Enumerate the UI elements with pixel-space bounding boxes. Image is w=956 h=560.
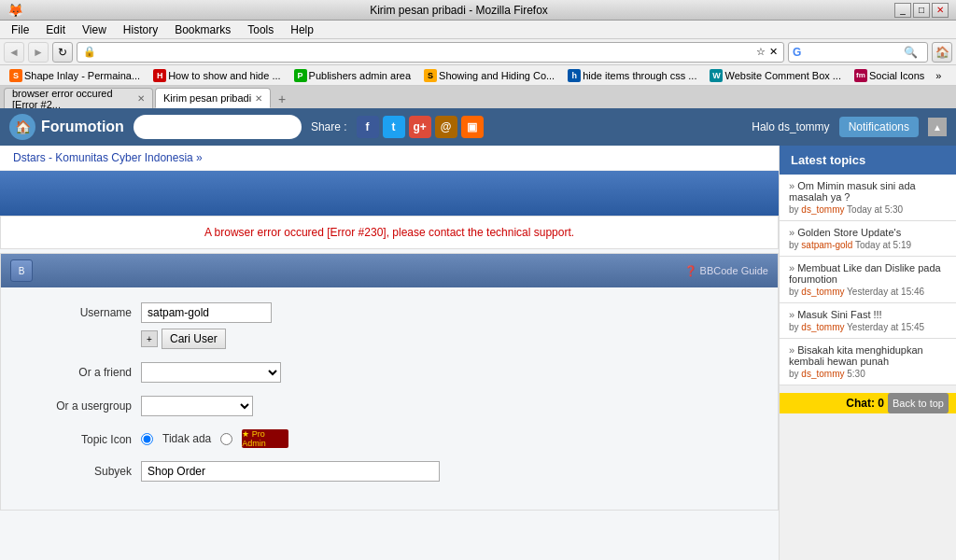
compose-form: Username + Cari User Or a friend xyxy=(1,287,778,510)
add-user-button[interactable]: + xyxy=(141,330,158,347)
menu-file[interactable]: File xyxy=(4,21,36,38)
url-input[interactable]: dstars.forumid.net/privmsg xyxy=(100,47,752,58)
pro-admin-badge: ★ Pro Admin xyxy=(242,429,288,448)
bookmark-6[interactable]: fm Social Icons xyxy=(849,67,930,84)
bookmark-icon-0: S xyxy=(9,69,22,82)
bookmarks-more[interactable]: » xyxy=(932,68,945,83)
blue-header xyxy=(0,171,779,216)
radio-none[interactable] xyxy=(141,433,153,445)
menu-bookmarks[interactable]: Bookmarks xyxy=(167,21,238,38)
bookmark-1[interactable]: H How to show and hide ... xyxy=(148,67,286,84)
topic-title-2[interactable]: Membuat Like dan Dislike pada forumotion xyxy=(789,262,947,285)
topic-title-3[interactable]: Masuk Sini Fast !!! xyxy=(789,309,947,320)
back-button[interactable]: ◄ xyxy=(4,42,24,63)
minimize-button[interactable]: _ xyxy=(894,3,911,18)
refresh-button[interactable]: ↻ xyxy=(52,42,73,63)
menu-help[interactable]: Help xyxy=(283,21,321,38)
subyek-row: Subyek xyxy=(20,461,759,482)
fm-logo: 🏠 Forumotion xyxy=(9,114,124,140)
back-to-top-button[interactable]: Back to top xyxy=(888,393,949,413)
error-message: A browser error occured [Error #230], pl… xyxy=(204,226,574,239)
bookmarks-bar: S Shape Inlay - Permaina... H How to sho… xyxy=(0,65,956,86)
topic-author-1[interactable]: satpam-gold xyxy=(801,240,852,250)
search-icon[interactable]: 🔍 xyxy=(904,46,918,59)
radio-none-label: Tidak ada xyxy=(162,432,211,445)
menu-bar: File Edit View History Bookmarks Tools H… xyxy=(0,21,956,39)
facebook-icon[interactable]: f xyxy=(357,116,379,138)
topic-title-1[interactable]: Golden Store Update's xyxy=(789,227,947,238)
twitter-icon[interactable]: t xyxy=(383,116,405,138)
bbcode-guide-link[interactable]: ❓ BBCode Guide xyxy=(684,265,768,277)
username-row: Username + Cari User xyxy=(20,302,759,349)
username-input[interactable] xyxy=(141,302,272,323)
username-controls: + Cari User xyxy=(141,302,272,349)
home-button[interactable]: 🏠 xyxy=(932,42,952,63)
bookmark-label-5: Website Comment Box ... xyxy=(724,70,841,81)
breadcrumb-link[interactable]: Dstars - Komunitas Cyber Indonesia » xyxy=(13,151,203,164)
bookmark-label-3: Showing and Hiding Co... xyxy=(439,70,555,81)
user-greeting: Halo ds_tommy xyxy=(752,120,829,133)
fm-logo-icon: 🏠 xyxy=(9,114,35,140)
topic-title-4[interactable]: Bisakah kita menghidupkan kembali hewan … xyxy=(789,344,947,367)
forward-button[interactable]: ► xyxy=(28,42,49,63)
tab-bar: browser error occured [Error #2... ✕ Kir… xyxy=(0,86,956,108)
bookmark-0[interactable]: S Shape Inlay - Permaina... xyxy=(4,67,146,84)
menu-edit[interactable]: Edit xyxy=(38,21,73,38)
close-icon: ✕ xyxy=(769,46,778,58)
bookmark-label-6: Social Icons xyxy=(869,70,924,81)
cari-user-button[interactable]: Cari User xyxy=(162,329,226,349)
menu-tools[interactable]: Tools xyxy=(240,21,281,38)
friend-select[interactable] xyxy=(141,362,281,383)
tab-0[interactable]: browser error occured [Error #2... ✕ xyxy=(4,88,153,108)
tab-1[interactable]: Kirim pesan pribadi ✕ xyxy=(155,88,271,108)
maximize-button[interactable]: □ xyxy=(913,3,930,18)
googleplus-icon[interactable]: g+ xyxy=(409,116,431,138)
fm-search-input[interactable] xyxy=(143,120,274,133)
rss-icon[interactable]: ▣ xyxy=(461,116,484,138)
friend-row: Or a friend xyxy=(20,362,759,383)
radio-pro[interactable] xyxy=(220,433,232,445)
topic-meta-0: by ds_tommy Today at 5:30 xyxy=(789,204,947,215)
email-icon[interactable]: @ xyxy=(435,116,457,138)
topic-icon-options: Tidak ada ★ Pro Admin xyxy=(141,429,288,448)
tab-close-1[interactable]: ✕ xyxy=(255,93,262,104)
compose-format-btn[interactable]: B xyxy=(10,259,33,282)
usergroup-select[interactable] xyxy=(141,396,253,416)
topic-meta-3: by ds_tommy Yesterday at 15:45 xyxy=(789,322,947,332)
bookmark-3[interactable]: S Showing and Hiding Co... xyxy=(418,67,560,84)
scroll-up-button[interactable]: ▲ xyxy=(928,118,947,136)
bookmark-label-2: Publishers admin area xyxy=(309,70,411,81)
username-label: Username xyxy=(20,302,132,319)
new-tab-button[interactable]: + xyxy=(273,90,291,108)
fm-share-label: Share : xyxy=(311,120,347,133)
search-input[interactable]: Google xyxy=(801,47,904,58)
search-bar: G Google 🔍 xyxy=(788,42,928,63)
close-button[interactable]: ✕ xyxy=(932,3,949,18)
topic-author-0[interactable]: ds_tommy xyxy=(801,204,844,215)
bookmark-2[interactable]: P Publishers admin area xyxy=(288,67,416,84)
friend-label: Or a friend xyxy=(20,362,132,379)
main-content: Dstars - Komunitas Cyber Indonesia » A b… xyxy=(0,146,779,560)
add-user-row: + Cari User xyxy=(141,329,272,349)
fm-search-box xyxy=(134,115,302,139)
topic-item-1: Golden Store Update's by satpam-gold Tod… xyxy=(780,221,956,257)
topic-meta-2: by ds_tommy Yesterday at 15:46 xyxy=(789,287,947,297)
tab-label-0: browser error occured [Error #2... xyxy=(12,88,134,110)
topic-item-3: Masuk Sini Fast !!! by ds_tommy Yesterda… xyxy=(780,303,956,339)
bookmark-5[interactable]: W Website Comment Box ... xyxy=(704,67,847,84)
breadcrumb: Dstars - Komunitas Cyber Indonesia » xyxy=(0,146,779,171)
tab-close-0[interactable]: ✕ xyxy=(137,93,145,104)
social-icons: f t g+ @ ▣ xyxy=(357,116,484,138)
topic-author-4[interactable]: ds_tommy xyxy=(801,369,844,379)
bookmark-icon-3: S xyxy=(424,69,437,82)
topic-author-2[interactable]: ds_tommy xyxy=(801,287,844,297)
topic-title-0[interactable]: Om Mimin masuk sini ada masalah ya ? xyxy=(789,180,947,203)
menu-history[interactable]: History xyxy=(116,21,165,38)
menu-view[interactable]: View xyxy=(75,21,114,38)
bookmark-icon-4: h xyxy=(568,69,581,82)
bookmark-icon-2: P xyxy=(294,69,307,82)
subyek-input[interactable] xyxy=(141,461,440,482)
bookmark-4[interactable]: h hide items through css ... xyxy=(562,67,702,84)
topic-author-3[interactable]: ds_tommy xyxy=(801,322,844,332)
notifications-button[interactable]: Notifications xyxy=(839,117,919,137)
